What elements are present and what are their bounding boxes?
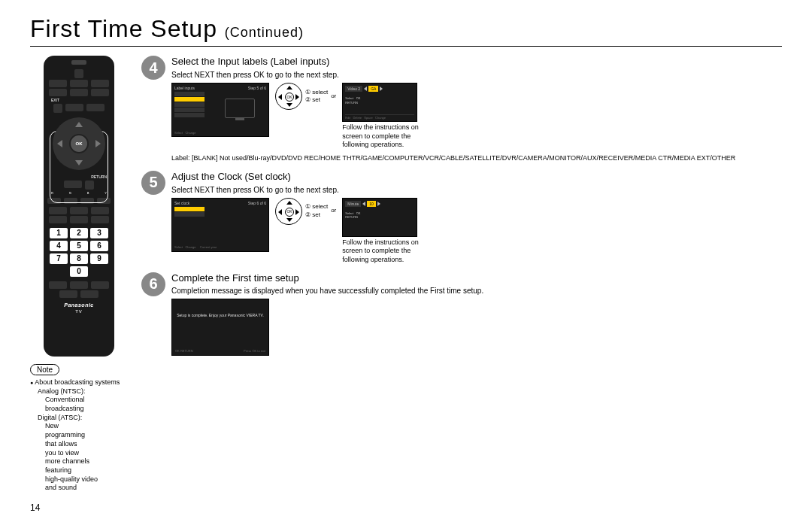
ftr-return: RETURN: [180, 349, 193, 353]
exit-label: EXIT: [51, 98, 111, 102]
key-2: 2: [70, 228, 88, 238]
completion-message: Setup is complete. Enjoy your Panasonic …: [177, 313, 264, 318]
triangle-right-icon: [380, 86, 383, 91]
clock-popup: Minute 10 Select OKRETURN: [342, 198, 417, 237]
label-options: Label: [BLANK] Not used/Blu-ray/DVD/DVD …: [171, 154, 782, 163]
ftr-exit: Press OK to exit: [244, 349, 265, 353]
exit-button: [53, 104, 62, 113]
popup-value: 10: [367, 201, 376, 208]
key-0: 0: [70, 266, 88, 277]
note-text: New: [45, 422, 128, 431]
note-text: more channels: [45, 457, 128, 466]
step-badge-4: 4: [141, 56, 165, 80]
set-label: ② set: [305, 96, 328, 104]
ftr-ok: OK: [175, 349, 180, 353]
step-6-sub: Completion message is displayed when you…: [171, 286, 782, 296]
note-text: programming: [45, 431, 128, 440]
dpad-ok-label: OK: [285, 93, 294, 102]
power-icon: [74, 69, 83, 78]
select-label: ① select: [305, 203, 328, 211]
note-text: featuring: [45, 466, 128, 475]
dpad-diagram: OK: [275, 83, 302, 110]
brand-label: Panasonic: [47, 302, 111, 308]
label-popup: Video 2 GA Select OKRETURN Edit Delete S…: [342, 83, 417, 122]
tv-label: TV: [47, 309, 111, 314]
popup-field: Minute: [345, 201, 361, 208]
set-label: ② set: [305, 211, 328, 219]
label-inputs-screen: Label inputsStep 5 of 6 Select Change: [171, 83, 269, 137]
note-body: About broadcasting systems Analog (NTSC)…: [30, 378, 128, 493]
ok-button: OK: [69, 134, 89, 153]
note-text: you to view: [45, 449, 128, 458]
note-header: Note: [30, 364, 59, 375]
popup-return: RETURN: [345, 101, 358, 105]
step-4: 4 Select the Input labels (Label inputs)…: [141, 56, 782, 163]
dpad-ok-label: OK: [285, 208, 294, 217]
key-5: 5: [70, 241, 88, 251]
title-text: First Time Setup: [30, 15, 217, 42]
key-3: 3: [90, 228, 108, 238]
key-8: 8: [70, 253, 88, 264]
arrow-up-icon: [75, 122, 83, 127]
or-label: or: [331, 93, 336, 100]
note-text: that allows: [45, 440, 128, 449]
note-text: broadcasting: [45, 405, 128, 414]
select-label: ① select: [305, 89, 328, 96]
triangle-left-icon: [364, 86, 367, 91]
step-6-title: Complete the First time setup: [171, 272, 782, 285]
triangle-left-icon: [362, 202, 365, 206]
note-text: and sound: [45, 484, 128, 493]
step-5-sub: Select NEXT then press OK to go to the n…: [171, 185, 782, 195]
tv-icon: [225, 99, 255, 118]
divider: [30, 46, 782, 47]
key-1: 1: [50, 228, 68, 238]
note-bullet: About broadcasting systems: [30, 378, 128, 387]
popup-return: RETURN: [345, 215, 358, 219]
screen-step: Step 6 of 6: [248, 201, 266, 206]
step-5: 5 Adjust the Clock (Set clock) Select NE…: [141, 171, 782, 265]
dpad: OK: [53, 117, 105, 170]
follow-instructions: Follow the instructions on screen to com…: [342, 123, 425, 150]
numpad: 1 2 3 4 5 6 7 8 9 0: [47, 228, 111, 277]
set-clock-screen: Set clockStep 6 of 6 Select Change Curre…: [171, 198, 269, 252]
note-digital: Digital (ATSC):: [38, 414, 128, 423]
dpad-instructions: ① select ② set: [305, 203, 328, 219]
note-analog: Analog (NTSC):: [38, 387, 128, 396]
continued-text: (Continued): [225, 25, 304, 40]
remote-illustration: EXIT OK RETURN R G B Y: [44, 56, 114, 357]
key-9: 9: [90, 253, 108, 264]
dpad-instructions: ① select ② set: [305, 89, 328, 105]
popup-value: GA: [368, 86, 378, 93]
step-4-sub: Select NEXT then press OK to go to the n…: [171, 70, 782, 80]
step-badge-6: 6: [141, 272, 165, 296]
triangle-right-icon: [377, 202, 380, 206]
dpad-diagram: OK: [275, 198, 302, 225]
page-title: First Time Setup (Continued): [30, 15, 782, 43]
step-badge-5: 5: [141, 171, 165, 195]
page-number: 14: [30, 502, 40, 513]
note-text: Conventional: [45, 396, 128, 405]
step-4-title: Select the Input labels (Label inputs): [171, 56, 782, 68]
key-7: 7: [50, 253, 68, 264]
follow-instructions: Follow the instructions on screen to com…: [342, 238, 425, 265]
screen-title: Set clock: [174, 201, 189, 206]
screen-step: Step 5 of 6: [248, 86, 266, 91]
ir-window: [71, 60, 86, 65]
key-4: 4: [50, 241, 68, 251]
arrow-down-icon: [75, 160, 83, 165]
key-6: 6: [90, 241, 108, 251]
screen-title: Label inputs: [174, 86, 195, 91]
note-text: high-quality video: [45, 475, 128, 484]
completion-screen: Setup is complete. Enjoy your Panasonic …: [171, 299, 269, 356]
popup-field: Video 2: [345, 86, 362, 93]
arrow-right-icon: [95, 140, 101, 147]
arrow-left-icon: [57, 140, 62, 147]
or-label: or: [331, 207, 336, 214]
step-5-title: Adjust the Clock (Set clock): [171, 171, 782, 184]
step-6: 6 Complete the First time setup Completi…: [141, 272, 782, 357]
